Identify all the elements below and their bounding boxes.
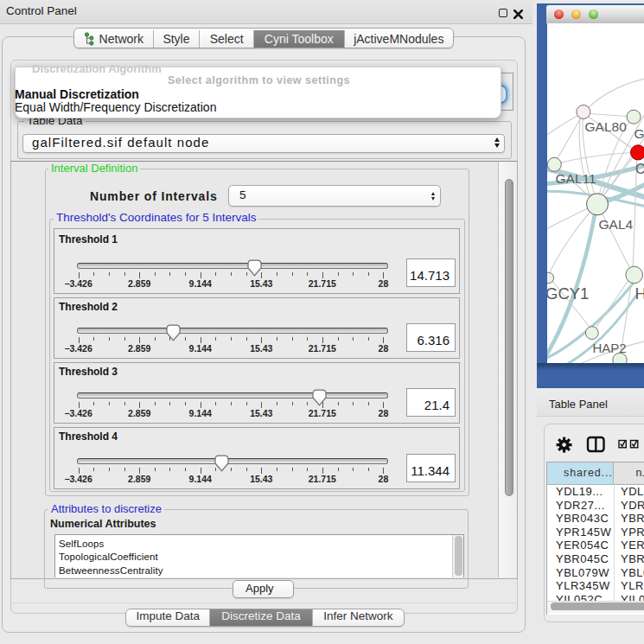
svg-text:GAL80: GAL80 bbox=[585, 119, 628, 134]
svg-text:GAL11: GAL11 bbox=[556, 171, 596, 186]
svg-text:H: H bbox=[635, 284, 644, 303]
svg-text:GAL: GAL bbox=[634, 126, 644, 141]
svg-text:HAP2: HAP2 bbox=[593, 341, 627, 355]
svg-text:C: C bbox=[635, 162, 644, 176]
svg-text:GAL4: GAL4 bbox=[599, 217, 634, 232]
svg-text:GCY1: GCY1 bbox=[547, 284, 589, 303]
